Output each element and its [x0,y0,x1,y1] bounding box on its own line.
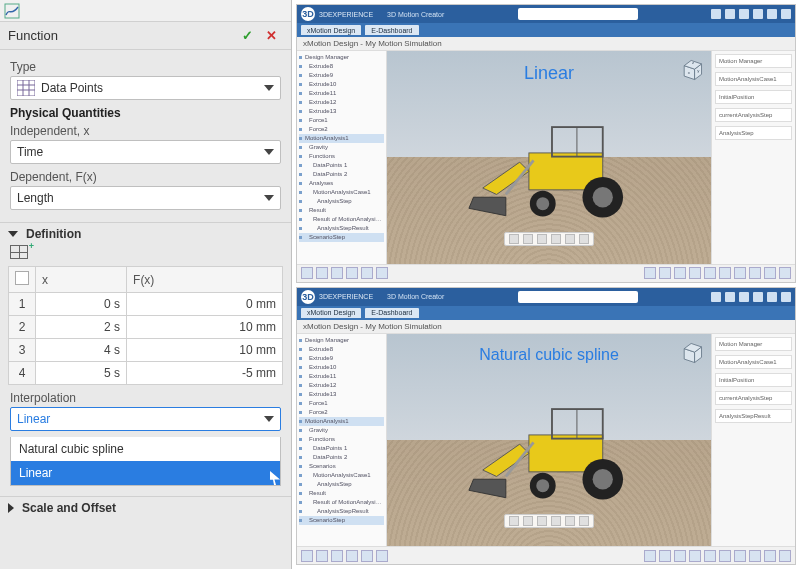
tab[interactable]: xMotion Design [301,25,361,35]
panel-item[interactable]: MotionAnalysisCase1 [715,72,792,86]
toolbar-icon[interactable] [753,292,763,302]
close-icon[interactable] [579,516,589,526]
forward-icon[interactable] [551,516,561,526]
rewind-icon[interactable] [509,234,519,244]
tool-icon[interactable] [316,267,328,279]
view-compass-icon[interactable]: xyz [679,57,705,83]
tool-icon[interactable] [734,267,746,279]
stop-icon[interactable] [537,234,547,244]
toolbar-icon[interactable] [767,292,777,302]
search-input[interactable] [518,291,638,303]
3d-viewport[interactable]: Natural cubic spline [387,334,711,547]
tab[interactable]: E-Dashboard [365,308,418,318]
motion-manager-panel: Motion Manager MotionAnalysisCase1 Initi… [711,334,795,547]
play-icon[interactable] [523,234,533,244]
select-all-cell[interactable] [9,267,36,293]
toolbar-icon[interactable] [767,9,777,19]
tool-icon[interactable] [376,550,388,562]
panel-item[interactable]: InitialPosition [715,373,792,387]
panel-item[interactable]: AnalysisStepResult [715,409,792,423]
model-tree[interactable]: Design Manager Extrude8Extrude9Extrude10… [297,51,387,264]
accept-button[interactable]: ✓ [235,28,259,43]
panel-item[interactable]: AnalysisStep [715,126,792,140]
interpolation-select[interactable]: Linear [10,407,281,431]
toolbar-icon[interactable] [725,9,735,19]
tool-icon[interactable] [719,550,731,562]
tool-icon[interactable] [749,267,761,279]
panel-item[interactable]: currentAnalysisStep [715,108,792,122]
search-input[interactable] [518,8,638,20]
tool-icon[interactable] [674,267,686,279]
forward-icon[interactable] [551,234,561,244]
interpolation-option[interactable]: Natural cubic spline [11,437,280,461]
toolbar-icon[interactable] [711,9,721,19]
tool-icon[interactable] [659,267,671,279]
tool-icon[interactable] [331,267,343,279]
playback-controls[interactable] [504,232,594,246]
checkbox-icon[interactable] [15,271,29,285]
play-icon[interactable] [523,516,533,526]
tool-icon[interactable] [361,550,373,562]
tool-icon[interactable] [779,267,791,279]
tool-icon[interactable] [301,267,313,279]
tab[interactable]: xMotion Design [301,308,361,318]
model-tree[interactable]: Design Manager Extrude8Extrude9Extrude10… [297,334,387,547]
add-table-icon[interactable] [10,245,28,259]
toolbar-icon[interactable] [739,9,749,19]
toolbar-icon[interactable] [739,292,749,302]
table-row[interactable]: 34 s10 mm [9,339,283,362]
cancel-button[interactable]: ✕ [259,28,283,43]
tool-icon[interactable] [764,267,776,279]
table-row[interactable]: 45 s-5 mm [9,362,283,385]
loop-icon[interactable] [565,516,575,526]
close-icon[interactable] [579,234,589,244]
tool-icon[interactable] [779,550,791,562]
toolbar-icon[interactable] [781,292,791,302]
tool-icon[interactable] [704,550,716,562]
app-brand-text: 3DEXPERIENCE [319,11,373,18]
rewind-icon[interactable] [509,516,519,526]
view-compass-icon[interactable] [679,340,705,366]
panel-item[interactable]: InitialPosition [715,90,792,104]
tool-icon[interactable] [331,550,343,562]
dependent-select[interactable]: Length [10,186,281,210]
tool-icon[interactable] [704,267,716,279]
playback-controls[interactable] [504,514,594,528]
type-select[interactable]: Data Points [10,76,281,100]
tool-icon[interactable] [764,550,776,562]
stop-icon[interactable] [537,516,547,526]
loop-icon[interactable] [565,234,575,244]
table-row[interactable]: 10 s0 mm [9,293,283,316]
tool-icon[interactable] [644,267,656,279]
toolbar-icon[interactable] [711,292,721,302]
toolbar-icon[interactable] [781,9,791,19]
tool-icon[interactable] [346,267,358,279]
tool-icon[interactable] [376,267,388,279]
table-row[interactable]: 22 s10 mm [9,316,283,339]
toolbar-icon[interactable] [725,292,735,302]
tool-icon[interactable] [316,550,328,562]
tool-icon[interactable] [674,550,686,562]
interpolation-dropdown: Natural cubic spline Linear [10,437,281,486]
tab[interactable]: E-Dashboard [365,25,418,35]
panel-top-icon-row [0,0,291,22]
3d-viewport[interactable]: Linear xyz [387,51,711,264]
tool-icon[interactable] [301,550,313,562]
tool-icon[interactable] [659,550,671,562]
panel-item[interactable]: MotionAnalysisCase1 [715,355,792,369]
interpolation-option-selected[interactable]: Linear [11,461,280,485]
scale-offset-section-header[interactable]: Scale and Offset [0,496,291,519]
panel-item[interactable]: currentAnalysisStep [715,391,792,405]
tool-icon[interactable] [346,550,358,562]
tool-icon[interactable] [644,550,656,562]
tool-icon[interactable] [689,550,701,562]
tool-icon[interactable] [719,267,731,279]
toolbar-icon[interactable] [753,9,763,19]
tool-icon[interactable] [734,550,746,562]
independent-select[interactable]: Time [10,140,281,164]
tool-icon[interactable] [689,267,701,279]
bottom-toolbar [297,264,795,282]
tool-icon[interactable] [361,267,373,279]
tool-icon[interactable] [749,550,761,562]
definition-section-header[interactable]: Definition [0,222,291,245]
